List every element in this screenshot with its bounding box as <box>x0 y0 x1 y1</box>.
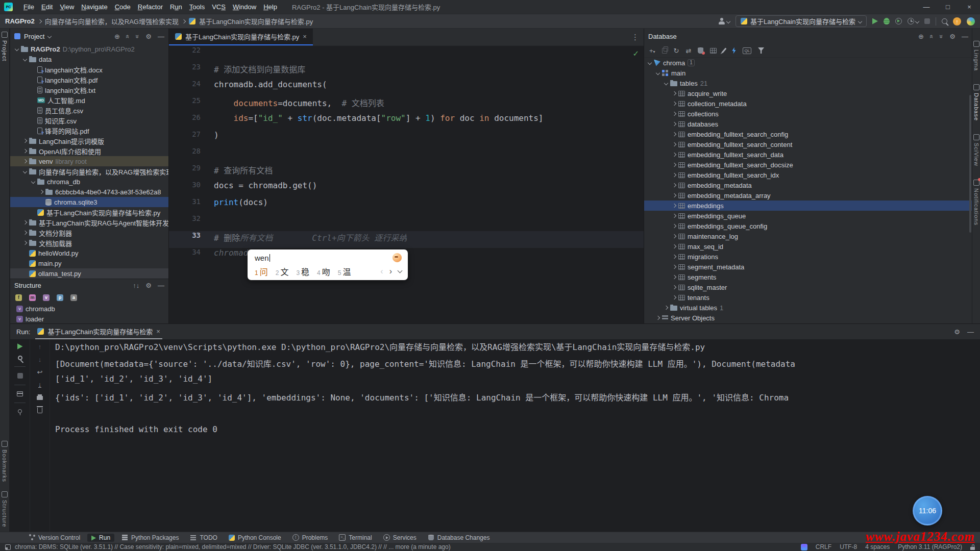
breadcrumb-item[interactable]: 向量存储与向量检索，以及RAG增强检索实现 <box>45 16 179 26</box>
status-widget[interactable]: CRLF <box>816 543 831 550</box>
tree-row[interactable]: OpenAI库介绍和使用 <box>10 146 168 156</box>
tree-row[interactable]: chroma1 <box>644 58 972 68</box>
hide-panel-icon[interactable]: — <box>158 33 164 40</box>
tree-row[interactable]: collections <box>644 109 972 119</box>
tree-row[interactable]: embeddings <box>644 201 972 211</box>
code-line[interactable]: 32 <box>169 214 644 231</box>
tree-row[interactable]: max_seq_id <box>644 241 972 252</box>
close-tab-icon[interactable]: × <box>156 328 160 335</box>
chevron-collapsed-icon[interactable] <box>664 306 668 310</box>
rerun-button[interactable] <box>17 343 23 349</box>
stop-button[interactable] <box>924 18 930 24</box>
tool-strip-tab-lingma[interactable]: Lingma <box>973 41 979 71</box>
tool-window-button-run[interactable]: Run <box>87 534 114 542</box>
layout-icon[interactable] <box>5 544 11 550</box>
ai-assistant-icon[interactable] <box>967 17 975 26</box>
add-datasource-icon[interactable]: +▾ <box>649 47 655 55</box>
tool-window-button-term[interactable]: Terminal <box>335 534 376 542</box>
pin-tab-icon[interactable] <box>18 409 22 413</box>
tree-row[interactable]: RAGPro2D:\python_pro\RAGPro2 <box>10 44 168 54</box>
menu-help[interactable]: Help <box>260 0 281 14</box>
chevron-expanded-icon[interactable] <box>664 81 668 85</box>
chevron-collapsed-icon[interactable] <box>672 204 676 208</box>
menu-file[interactable]: File <box>20 0 38 14</box>
tool-window-button-serv[interactable]: Services <box>379 534 421 542</box>
status-widget[interactable]: UTF-8 <box>840 543 857 550</box>
show-fields-icon[interactable]: f <box>15 294 22 301</box>
duplicate-icon[interactable] <box>662 48 667 54</box>
tree-row[interactable]: data <box>10 54 168 64</box>
breadcrumb-item[interactable]: RAGPro2 <box>5 17 35 25</box>
tool-window-button-todo[interactable]: TODO <box>186 534 221 542</box>
tree-row[interactable]: 6cbbcb4a-4be0-4743-ae3f-53e62a8 <box>10 187 168 197</box>
more-options-icon[interactable]: ⋮ <box>631 33 644 42</box>
gear-icon[interactable]: ⚙ <box>949 33 955 40</box>
ime-input[interactable]: wen <box>255 254 269 262</box>
code-line[interactable]: 33# 删除所有文档 Ctrl+向下箭头 逐行采纳 <box>169 231 644 248</box>
expand-all-icon[interactable]: « <box>928 34 936 38</box>
ide-services-icon[interactable] <box>801 544 807 550</box>
status-message[interactable]: chroma: DBMS: SQLite (ver. 3.51.1) // Ca… <box>15 543 451 550</box>
tree-row[interactable]: 知识库.csv <box>10 115 168 126</box>
gear-icon[interactable]: ⚙ <box>145 33 152 40</box>
ime-candidate[interactable]: 3稳 <box>296 265 309 278</box>
hide-panel-icon[interactable]: — <box>158 282 164 289</box>
code-line[interactable]: 26 ids=["id_" + str(doc.metadata["row"] … <box>169 113 644 130</box>
table-view-icon[interactable] <box>710 48 717 54</box>
chevron-collapsed-icon[interactable] <box>672 132 676 136</box>
run-button[interactable] <box>872 18 878 24</box>
tool-strip-tab-structure[interactable]: Structure <box>2 491 8 528</box>
hide-panel-icon[interactable]: — <box>962 33 968 40</box>
tree-row[interactable]: langchain文档.docx <box>10 64 168 74</box>
code-editor[interactable]: 2223# 添加文档到向量数据库24chromadb.add_documents… <box>169 46 644 265</box>
sort-alpha-icon[interactable]: a <box>70 294 77 301</box>
ime-candidate[interactable]: 4吻 <box>317 265 330 278</box>
restore-layout-icon[interactable] <box>17 391 23 396</box>
collapse-all-icon[interactable]: » <box>938 34 945 38</box>
search-everywhere-button[interactable] <box>942 18 947 24</box>
tree-row[interactable]: ollama_test.py <box>10 268 168 279</box>
tree-row[interactable]: embedding_metadata_array <box>644 190 972 201</box>
stop-button[interactable] <box>17 373 23 379</box>
sync-icon[interactable]: ⇄ <box>686 47 692 55</box>
code-line[interactable]: 24chromadb.add_documents( <box>169 80 644 96</box>
tree-row[interactable]: collection_metadata <box>644 98 972 109</box>
code-line[interactable]: 25 documents=documents, # 文档列表 <box>169 96 644 113</box>
debug-button[interactable] <box>884 18 890 24</box>
profiler-button[interactable] <box>908 18 919 24</box>
down-stacktrace-icon[interactable]: ↓ <box>38 356 42 363</box>
sort-icon[interactable]: ↑↓ <box>133 282 139 289</box>
chevron-expanded-icon[interactable] <box>648 61 652 65</box>
chevron-collapsed-icon[interactable] <box>672 173 676 177</box>
ime-candidate[interactable]: 1问 <box>255 265 268 278</box>
tree-row[interactable]: embedding_fulltext_search_content <box>644 139 972 149</box>
close-tab-icon[interactable]: × <box>303 33 307 40</box>
chevron-collapsed-icon[interactable] <box>672 193 676 197</box>
code-line[interactable]: 30docs = chromadb.get() <box>169 181 644 197</box>
pycharm-logo-icon[interactable]: PC <box>4 3 13 11</box>
chevron-expanded-icon[interactable] <box>656 71 660 75</box>
menu-run[interactable]: Run <box>166 0 186 14</box>
tree-row[interactable]: embedding_fulltext_search_idx <box>644 170 972 180</box>
ime-candidate[interactable]: 5温 <box>338 265 351 278</box>
chevron-collapsed-icon[interactable] <box>672 275 676 279</box>
structure-item[interactable]: loader <box>10 314 168 324</box>
status-widget[interactable]: Python 3.11 (RAGPro2) <box>898 543 962 550</box>
tree-row[interactable]: main <box>644 68 972 78</box>
code-line[interactable]: 28 <box>169 147 644 164</box>
menu-tools[interactable]: Tools <box>186 0 208 14</box>
ime-candidate[interactable]: 2文 <box>276 265 289 278</box>
tree-row[interactable]: venvlibrary root <box>10 156 168 166</box>
edit-data-icon[interactable] <box>722 47 727 53</box>
maximize-icon[interactable]: □ <box>937 0 959 14</box>
code-line[interactable]: 23# 添加文档到向量数据库 <box>169 63 644 80</box>
menu-code[interactable]: Code <box>111 0 134 14</box>
edit-configuration-icon[interactable] <box>18 356 22 360</box>
tree-row[interactable]: virtual tables1 <box>644 303 972 313</box>
tree-row[interactable]: embedding_fulltext_search_data <box>644 149 972 160</box>
tree-row[interactable]: helloWorld.py <box>10 248 168 258</box>
disconnect-icon[interactable] <box>698 47 703 54</box>
floating-clock-badge[interactable]: 11:06 <box>913 496 942 525</box>
tree-row[interactable]: segment_metadata <box>644 262 972 272</box>
chevron-expanded-icon[interactable] <box>15 47 19 51</box>
